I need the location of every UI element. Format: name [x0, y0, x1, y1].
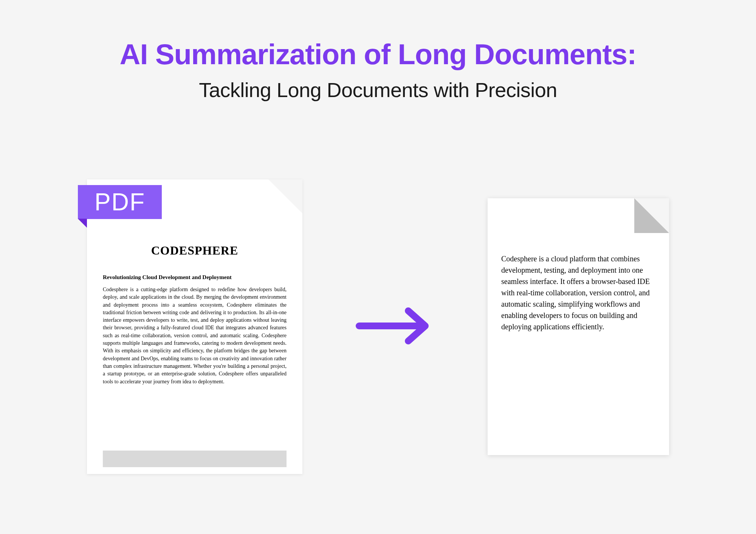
pdf-badge: PDF	[78, 185, 162, 219]
header: AI Summarization of Long Documents: Tack…	[0, 0, 756, 102]
summary-text: Codesphere is a cloud platform that comb…	[501, 253, 655, 332]
arrow-right-icon	[355, 305, 435, 348]
page-corner-fold-icon	[634, 198, 669, 233]
page-subtitle: Tackling Long Documents with Precision	[0, 78, 756, 102]
content-area: PDF CODESPHERE Revolutionizing Cloud Dev…	[0, 179, 756, 474]
source-document-subtitle: Revolutionizing Cloud Development and De…	[103, 274, 287, 281]
source-document-card: PDF CODESPHERE Revolutionizing Cloud Dev…	[87, 179, 302, 474]
source-document-footer-bar	[103, 451, 287, 467]
page-title: AI Summarization of Long Documents:	[0, 38, 756, 71]
source-document-body: Codesphere is a cutting-edge platform de…	[103, 286, 287, 386]
source-document-title: CODESPHERE	[103, 244, 287, 258]
page-corner-cut	[268, 179, 302, 213]
summary-document-card: Codesphere is a cloud platform that comb…	[488, 198, 669, 455]
